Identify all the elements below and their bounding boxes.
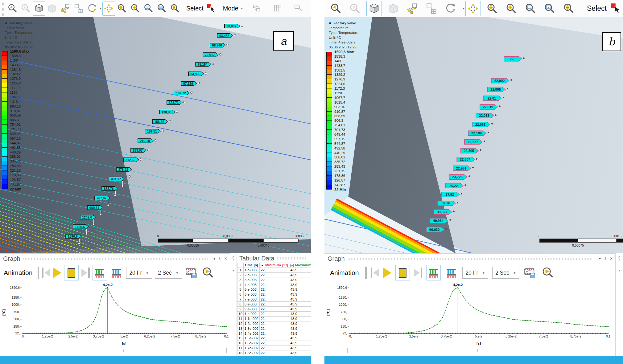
frames-timeline-icon[interactable] — [426, 265, 441, 280]
pane-splitter[interactable]: ∧∨▾ — [615, 253, 623, 356]
temperature-tag[interactable]: 22,01 — [483, 96, 502, 101]
table-row[interactable]: 121,2e-00222,43,9 — [237, 321, 311, 326]
temperature-tag[interactable]: 219,18 — [138, 138, 154, 143]
table-row[interactable]: 11,e-00322,43,9 — [237, 268, 311, 272]
close-icon[interactable]: ✕ — [224, 257, 227, 260]
temperature-tag[interactable]: 969,64 — [87, 205, 103, 210]
zoom-graph-icon[interactable] — [541, 265, 555, 280]
select-label[interactable]: Select — [186, 5, 204, 12]
frames-select[interactable]: 20 Fr▼ — [462, 267, 488, 279]
temperature-tag[interactable]: 22,005 — [487, 87, 506, 92]
table-row[interactable]: 131,3e-00222,43,9 — [237, 326, 311, 331]
pan-icon[interactable] — [102, 2, 115, 16]
temperature-tag[interactable]: 49,964 — [430, 218, 448, 223]
step-last-button[interactable] — [81, 268, 90, 278]
temperature-tag[interactable]: 27,92 — [441, 192, 460, 197]
temperature-tag[interactable]: 22,066 — [472, 122, 490, 127]
frames-select[interactable]: 20 Fr▼ — [126, 267, 152, 279]
rotate-icon[interactable] — [86, 2, 98, 16]
rotate-icon[interactable] — [443, 1, 458, 16]
export-video-icon[interactable] — [185, 265, 198, 280]
temperature-tag[interactable]: 253,07 — [130, 148, 146, 153]
select-cursor-icon[interactable] — [609, 1, 623, 16]
table-row[interactable]: 171,7e-00222,43,9 — [237, 346, 311, 350]
mesh-display-icon[interactable] — [272, 2, 284, 16]
temperature-tag[interactable]: 22,951 — [453, 166, 471, 171]
zoom-vertical-icon[interactable] — [116, 2, 128, 16]
temperature-tag[interactable]: 22,507 — [456, 157, 475, 162]
temperature-tag[interactable]: 72,917 — [203, 52, 219, 57]
mode-caret-icon[interactable]: ▾ — [241, 7, 243, 10]
temperature-tag[interactable]: 66,746 — [210, 43, 226, 47]
zoom-back-icon[interactable] — [6, 2, 19, 16]
temperature-tag[interactable]: 22,104 — [468, 130, 487, 136]
temperature-tag[interactable]: 22,033 — [476, 113, 494, 119]
table-row[interactable]: 161,6e-00222,43,9 — [237, 341, 311, 346]
step-first-button[interactable] — [42, 268, 50, 278]
table-row[interactable]: 141,4e-00222,43,9 — [237, 331, 311, 336]
temperature-tag[interactable]: 767,07 — [94, 196, 110, 200]
table-row[interactable]: 181,8e-00222,43,9 — [237, 350, 311, 355]
pin-icon[interactable] — [218, 257, 221, 261]
time-timeline-icon[interactable] — [110, 265, 123, 280]
temperature-tag[interactable]: 1466,6 — [73, 224, 89, 229]
temperature-tag[interactable]: 491,17 — [109, 177, 125, 181]
rotate-caret-icon[interactable]: ▾ — [100, 7, 101, 10]
stop-button[interactable] — [64, 265, 79, 280]
shaded-view-icon[interactable] — [386, 1, 401, 16]
zoom-out-icon[interactable] — [169, 2, 181, 16]
pane-menu-caret-icon[interactable]: ▾ — [599, 257, 601, 260]
play-button[interactable] — [53, 268, 61, 278]
close-icon[interactable]: ✕ — [610, 257, 613, 260]
frames-timeline-icon[interactable] — [93, 265, 107, 280]
viewports-icon[interactable] — [424, 1, 439, 16]
table-row[interactable]: 88,e-00322,43,9 — [237, 302, 311, 307]
step-first-button[interactable] — [371, 268, 379, 278]
temperature-tag[interactable]: 23,726 — [449, 174, 468, 180]
step-last-button[interactable] — [414, 268, 422, 278]
temperature-tag[interactable]: 60,032 — [224, 24, 240, 28]
table-row[interactable]: 151,5e-00222,43,9 — [237, 336, 311, 341]
temperature-tag[interactable]: 22, — [504, 56, 522, 62]
zoom-graph-icon[interactable] — [201, 265, 215, 280]
seconds-select[interactable]: 2 Sec▼ — [492, 267, 519, 279]
temperature-tag[interactable]: 22,019 — [480, 104, 498, 110]
export-video-icon[interactable] — [523, 265, 537, 280]
temperature-tag[interactable]: 97,139 — [181, 81, 197, 86]
zoom-plus-icon[interactable] — [504, 1, 519, 16]
temperature-tag[interactable]: 156,55 — [152, 119, 168, 124]
temperature-tag[interactable]: 22,305 — [460, 148, 479, 153]
pin-icon[interactable] — [604, 257, 607, 261]
rotate-caret-icon[interactable]: ▾ — [463, 7, 464, 10]
temperature-tag[interactable]: 633,76 — [101, 186, 118, 191]
temperature-tag[interactable]: 78,154 — [195, 62, 211, 67]
iso-view-icon[interactable] — [33, 2, 45, 16]
temperature-tag[interactable]: 312,65 — [123, 157, 139, 162]
select-cursor-icon[interactable] — [205, 2, 218, 16]
temperature-tag[interactable]: 189,81 — [145, 129, 161, 133]
zoom-plus-icon[interactable] — [129, 2, 142, 16]
table-row[interactable]: 22,e-00322,43,9 — [237, 272, 311, 277]
temperature-tag[interactable]: 1590,6 — [65, 234, 81, 239]
temperature-tag[interactable]: 123,71 — [167, 100, 183, 105]
temperature-tag[interactable]: 39,527 — [434, 209, 452, 215]
zoom-box-icon[interactable] — [523, 1, 538, 16]
zoom-back-icon[interactable] — [328, 1, 344, 16]
temperature-tag[interactable]: 60,032 — [426, 227, 444, 232]
temperature-tag[interactable]: 32,26 — [437, 201, 456, 206]
toolbar-grip[interactable] — [2, 2, 4, 16]
mode-label[interactable]: Mode — [223, 5, 238, 12]
temperature-tag[interactable]: 107,72 — [174, 91, 190, 95]
time-timeline-icon[interactable] — [445, 265, 458, 280]
shaded-view-icon[interactable] — [46, 2, 59, 16]
result-set-bar[interactable]: 1 — [20, 348, 227, 353]
screenshot-icon[interactable] — [405, 1, 420, 16]
temperature-tag[interactable]: 25,22 — [445, 183, 464, 189]
temperature-tag[interactable]: 1202,6 — [80, 215, 96, 219]
seconds-select[interactable]: 2 Sec▼ — [155, 267, 182, 279]
pane-menu-caret-icon[interactable]: ▾ — [213, 257, 215, 260]
annotation-icon[interactable] — [292, 2, 305, 16]
play-button[interactable] — [383, 268, 391, 278]
stop-button[interactable] — [395, 265, 410, 280]
temperature-tag[interactable]: 63,482 — [217, 33, 233, 38]
